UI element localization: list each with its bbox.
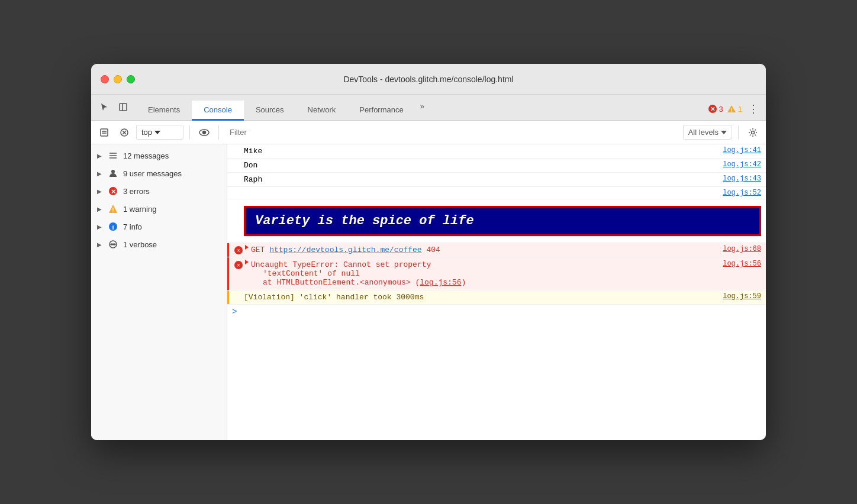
tab-sources[interactable]: Sources bbox=[244, 101, 296, 121]
sidebar-item-label: 3 errors bbox=[123, 187, 150, 196]
window-title: DevTools - devtools.glitch.me/console/lo… bbox=[343, 75, 513, 84]
toolbar-divider-2 bbox=[218, 125, 219, 140]
console-row-mike: Mike log.js:41 bbox=[227, 144, 766, 159]
levels-chevron-icon bbox=[721, 131, 727, 134]
clear-console-button[interactable] bbox=[96, 124, 112, 141]
console-row-content: Don bbox=[244, 160, 718, 170]
arrow-icon: ▶ bbox=[96, 223, 103, 230]
error-status: 404 bbox=[426, 245, 440, 254]
error-line3: at HTMLButtonElement.<anonymous> (log.js… bbox=[263, 278, 718, 287]
user-icon bbox=[108, 168, 118, 179]
console-text: Mike bbox=[244, 147, 262, 156]
devtools-menu-button[interactable]: ⋮ bbox=[746, 102, 761, 115]
svg-point-27 bbox=[112, 244, 114, 245]
sidebar-item-user-messages[interactable]: ▶ 9 user messages bbox=[91, 164, 227, 182]
svg-point-28 bbox=[114, 244, 115, 245]
svg-text:!: ! bbox=[112, 207, 114, 214]
console-prompt[interactable]: > bbox=[227, 305, 766, 319]
tabbar: Elements Console Sources Network Perform… bbox=[91, 95, 766, 121]
info-icon: i bbox=[108, 221, 118, 232]
sidebar-item-label: 12 messages bbox=[123, 151, 169, 160]
console-get-error-content: GET https://devtools.glitch.me/coffee 40… bbox=[251, 245, 718, 255]
sidebar-item-label: 9 user messages bbox=[123, 169, 182, 178]
console-link[interactable]: log.js:43 bbox=[723, 175, 761, 183]
tab-network[interactable]: Network bbox=[296, 101, 348, 121]
console-row-content: Mike bbox=[244, 146, 718, 156]
arrow-icon: ▶ bbox=[96, 205, 103, 212]
console-link[interactable]: log.js:59 bbox=[723, 292, 761, 301]
tab-console[interactable]: Console bbox=[192, 101, 244, 121]
sidebar-item-info[interactable]: ▶ i 7 info bbox=[91, 218, 227, 235]
eye-button[interactable] bbox=[196, 124, 212, 141]
expand-arrow[interactable] bbox=[245, 245, 249, 250]
error-icon: ✕ bbox=[108, 186, 118, 196]
console-row-highlight: Variety is the spice of life bbox=[227, 199, 766, 243]
arrow-icon: ▶ bbox=[96, 152, 103, 159]
cursor-icon[interactable] bbox=[96, 99, 112, 115]
svg-point-18 bbox=[111, 170, 115, 173]
console-link[interactable]: log.js:52 bbox=[723, 189, 761, 197]
expand-arrow[interactable] bbox=[245, 260, 249, 264]
toolbar-divider bbox=[189, 125, 190, 140]
svg-text:!: ! bbox=[730, 107, 732, 113]
svg-point-13 bbox=[203, 131, 206, 134]
arrow-icon: ▶ bbox=[96, 188, 103, 195]
context-selector[interactable]: top bbox=[136, 125, 183, 140]
minimize-button[interactable] bbox=[114, 75, 122, 83]
svg-text:✕: ✕ bbox=[710, 106, 715, 112]
error-border bbox=[227, 243, 229, 257]
console-violation-content: [Violation] 'click' handler took 3000ms bbox=[244, 292, 718, 302]
console-output: Mike log.js:41 Don log.js:42 Raph log.js… bbox=[227, 144, 766, 440]
console-row-get-error: ✕ GET https://devtools.glitch.me/coffee … bbox=[227, 243, 766, 257]
svg-rect-6 bbox=[101, 129, 108, 136]
console-link[interactable]: log.js:68 bbox=[723, 245, 761, 253]
error-source-link[interactable]: log.js:56 bbox=[420, 278, 461, 287]
console-text: Raph bbox=[244, 175, 262, 184]
sidebar: ▶ 12 messages ▶ 9 bbox=[91, 144, 227, 440]
maximize-button[interactable] bbox=[127, 75, 135, 83]
error-url-link[interactable]: https://devtools.glitch.me/coffee bbox=[269, 245, 421, 254]
highlighted-text: Variety is the spice of life bbox=[244, 206, 761, 236]
error-icon-small: ✕ bbox=[234, 246, 243, 254]
sidebar-item-label: 7 info bbox=[123, 222, 142, 231]
console-highlight-content: Variety is the spice of life bbox=[244, 203, 761, 239]
tab-elements[interactable]: Elements bbox=[136, 101, 192, 121]
svg-text:✕: ✕ bbox=[111, 188, 116, 195]
settings-button[interactable] bbox=[745, 124, 761, 141]
sidebar-item-label: 1 verbose bbox=[123, 240, 157, 249]
console-row-raph: Raph log.js:43 bbox=[227, 173, 766, 187]
console-row-typeerror: ✕ Uncaught TypeError: Cannot set propert… bbox=[227, 257, 766, 290]
filter-input[interactable] bbox=[225, 125, 679, 139]
error-circle-icon: ✕ bbox=[708, 104, 717, 114]
toolbar-divider-3 bbox=[738, 125, 739, 140]
sidebar-item-all-messages[interactable]: ▶ 12 messages bbox=[91, 147, 227, 164]
stop-recording-button[interactable] bbox=[116, 124, 133, 141]
console-text: Don bbox=[244, 161, 257, 170]
console-row-violation: [Violation] 'click' handler took 3000ms … bbox=[227, 290, 766, 305]
console-row-empty: log.js:52 bbox=[227, 187, 766, 199]
sidebar-item-errors[interactable]: ▶ ✕ 3 errors bbox=[91, 182, 227, 200]
sidebar-item-warnings[interactable]: ▶ ! 1 warning bbox=[91, 200, 227, 218]
levels-selector[interactable]: All levels bbox=[683, 125, 732, 140]
devtools-window: DevTools - devtools.glitch.me/console/lo… bbox=[91, 64, 766, 440]
close-button[interactable] bbox=[101, 75, 109, 83]
error-badge[interactable]: ✕ 3 bbox=[708, 104, 723, 114]
svg-point-14 bbox=[752, 131, 755, 134]
console-link[interactable]: log.js:41 bbox=[723, 146, 761, 154]
console-row-content bbox=[244, 189, 718, 190]
dock-icon[interactable] bbox=[115, 99, 131, 115]
svg-rect-0 bbox=[120, 104, 127, 111]
console-toolbar: top All levels bbox=[91, 121, 766, 144]
console-link[interactable]: log.js:42 bbox=[723, 160, 761, 169]
error-icon-small: ✕ bbox=[234, 261, 243, 269]
warning-badge[interactable]: ! 1 bbox=[727, 104, 742, 114]
svg-point-26 bbox=[111, 244, 112, 245]
tab-performance[interactable]: Performance bbox=[347, 101, 415, 121]
traffic-lights bbox=[101, 75, 135, 83]
sidebar-item-verbose[interactable]: ▶ 1 verbose bbox=[91, 235, 227, 253]
tabbar-right: ✕ 3 ! 1 ⋮ bbox=[708, 102, 761, 115]
console-row-don: Don log.js:42 bbox=[227, 159, 766, 173]
svg-text:i: i bbox=[112, 224, 114, 231]
console-link[interactable]: log.js:56 bbox=[723, 260, 761, 268]
more-tabs-button[interactable]: » bbox=[415, 97, 429, 115]
